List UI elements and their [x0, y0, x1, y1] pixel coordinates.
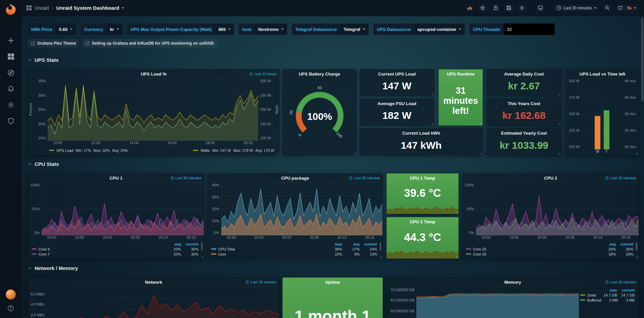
x-axis: 10:0012:0014:0016:0018:0020:00 [48, 141, 258, 146]
variable-value-dropdown[interactable]: kr [106, 24, 122, 35]
share-button[interactable] [490, 3, 501, 13]
panel-title[interactable]: Estimated Yearly Cost [501, 131, 547, 136]
save-button[interactable] [503, 3, 514, 13]
sidebar-item-configuration[interactable] [3, 98, 18, 112]
sidebar-item-explore[interactable] [3, 65, 18, 80]
panel-title[interactable]: CPU package [281, 176, 309, 181]
dashboard-settings-button[interactable] [516, 3, 527, 13]
panel-title[interactable]: UPS Runtime [447, 72, 474, 77]
panel-title[interactable]: CPU 2 Temp [410, 219, 435, 224]
legend-item[interactable]: Used14.7 GB14.7 GB [580, 292, 635, 298]
clock-icon [170, 176, 174, 180]
panel-time-override: Last 30 minutes [170, 176, 201, 180]
panel-title[interactable]: Network [145, 280, 162, 285]
plot-area[interactable] [582, 78, 623, 149]
panel-ups-load-vs-time-left: UPS Load vs Time left 200 W175 W150 W125… [566, 69, 639, 155]
breadcrumb-org[interactable]: Unraid [35, 5, 49, 11]
series-color-swatch [32, 248, 37, 249]
link-grafana-plex-theme[interactable]: Grafana Plex Theme [28, 39, 79, 48]
panel-title[interactable]: Current Load kWh [402, 131, 440, 136]
legend-item[interactable]: WattsMin: 147 WMax: 278 WAvg: 175 W [193, 148, 274, 152]
link-ups-monitoring-guide[interactable]: Setting up Grafana and InfluxDB for UPS … [82, 39, 217, 48]
sidebar-item-server-admin[interactable] [3, 114, 18, 128]
legend-item[interactable]: Core 2220%35% [466, 246, 633, 252]
panel-title[interactable]: Average PSU Load [377, 101, 416, 106]
chevron-down-icon [122, 7, 124, 9]
bar-chart-icon [467, 5, 472, 10]
panel-title[interactable]: CPU 1 [109, 176, 122, 181]
panel-title[interactable]: UPS Load % [141, 72, 167, 77]
variable-kwh-price: kWh Price 0.65 [28, 24, 76, 35]
panel-title[interactable]: Memory [504, 280, 521, 285]
grafana-flame-icon [4, 3, 18, 17]
row-header-cpu-stats[interactable]: CPU Stats [28, 161, 59, 167]
cpu-threads-input[interactable]: 32 [504, 24, 555, 35]
variable-value-dropdown[interactable]: Telegraf [340, 24, 369, 35]
panel-title[interactable]: UPS Battery Charge [299, 72, 340, 77]
panel-title[interactable]: UPS Load vs Time left [580, 72, 625, 77]
legend-scrollbar-thumb[interactable] [380, 242, 381, 251]
plot-area[interactable] [48, 78, 258, 141]
panel-title[interactable]: Current UPS Load [378, 72, 416, 77]
apps-grid-icon[interactable] [26, 5, 32, 11]
star-button[interactable] [477, 3, 488, 13]
sparkline [387, 202, 458, 214]
panel-title[interactable]: CPU 1 Temp [410, 176, 435, 181]
panel-time-override: Last 30 minutes [245, 280, 277, 284]
y-axis-label-right: Watts [274, 78, 279, 141]
row-header-network-memory[interactable]: Network / Memory [28, 265, 78, 271]
variable-label: Currency [81, 24, 106, 35]
star-icon [480, 5, 485, 10]
panel-title[interactable]: Uptime [325, 280, 340, 285]
panel-ups-battery-charge: UPS Battery Charge 0 20 50 100 100% [282, 69, 357, 155]
grafana-logo[interactable] [4, 3, 18, 17]
legend-item[interactable]: UPS LoadMin: 17%Max: 32%Avg: 20% [49, 148, 128, 152]
divider [625, 5, 625, 11]
variable-value-dropdown[interactable]: 0.65 [56, 24, 76, 35]
variable-value-dropdown[interactable]: 865 [215, 24, 234, 35]
help-button[interactable] [7, 305, 14, 313]
row-header-ups-stats[interactable]: UPS Stats [28, 57, 59, 63]
sparkline [387, 247, 458, 258]
variable-value-dropdown[interactable]: apcupsd-container [414, 24, 465, 35]
sidebar-item-alerting[interactable] [3, 82, 18, 96]
plot-area[interactable] [221, 182, 382, 235]
legend-item[interactable]: Core 1618%29% [466, 252, 633, 257]
panel-time-override: Last 30 minutes [605, 280, 636, 284]
series-color-swatch [193, 150, 198, 151]
legend-item[interactable]: Core 620%30% [32, 246, 198, 252]
panel-title[interactable]: Average Daily Cost [504, 72, 544, 77]
legend-scrollbar-thumb[interactable] [636, 242, 637, 251]
legend-item[interactable]: User22%9%13% [211, 252, 377, 257]
clock-icon [245, 280, 249, 284]
plot-area[interactable] [42, 182, 204, 235]
legend-item[interactable]: Core 722%30% [32, 252, 198, 257]
add-panel-button[interactable] [464, 3, 475, 13]
sidebar-item-create[interactable] [3, 33, 18, 47]
plot-area[interactable] [416, 286, 579, 318]
scrollbar-thumb[interactable] [641, 17, 643, 101]
x-axis: W T [582, 149, 623, 155]
legend-item[interactable]: Buffered3 MB3 MB [580, 298, 635, 303]
sidebar-item-dashboards[interactable] [3, 49, 18, 63]
plot-area[interactable] [476, 182, 639, 235]
y-axis-right: 300 W250 W200 W150 W100 W [258, 78, 274, 141]
cycle-view-button[interactable] [535, 3, 546, 13]
user-avatar[interactable] [6, 289, 16, 300]
variable-value-dropdown[interactable]: Nostromo [255, 24, 287, 35]
legend: UPS LoadMin: 17%Max: 32%Avg: 20% WattsMi… [28, 146, 279, 155]
legend-item[interactable]: CPU Total38%17%24% [211, 246, 377, 252]
legend-scrollbar-thumb[interactable] [201, 242, 202, 251]
panel-average-psu-load: Average PSU Load 182 W [360, 99, 434, 126]
help-icon [7, 305, 14, 312]
plot-area[interactable] [46, 286, 279, 318]
chevron-down-icon [70, 29, 73, 30]
time-range-picker[interactable]: Last 30 minutes [553, 3, 600, 13]
dashboard-title-dropdown[interactable]: Unraid System Dashboard [56, 5, 125, 11]
panel-title[interactable]: CPU 2 [544, 176, 557, 181]
zoom-out-button[interactable] [602, 3, 613, 13]
panel-title[interactable]: This Years Cost [508, 101, 540, 106]
monitor-icon [538, 5, 543, 10]
clock-icon [605, 176, 609, 180]
refresh-button[interactable]: 5s [615, 3, 639, 13]
